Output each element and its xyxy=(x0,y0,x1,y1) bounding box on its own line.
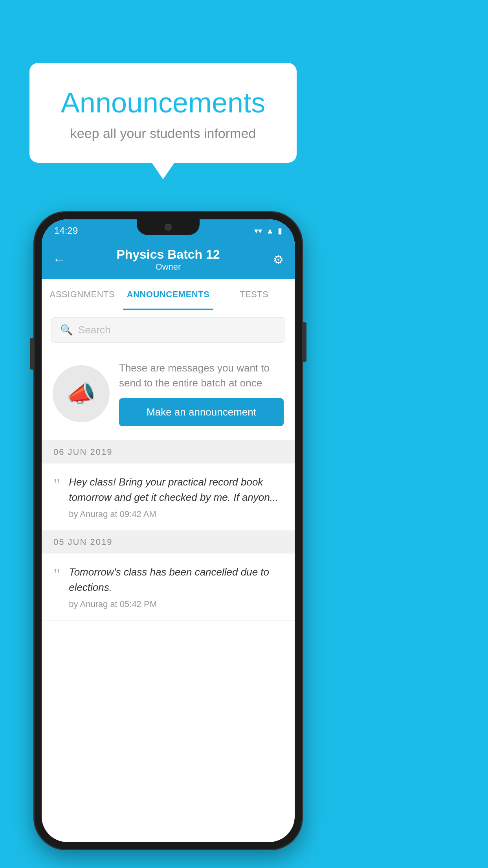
search-container: 🔍 Search xyxy=(42,310,295,350)
date-separator-2: 05 JUN 2019 xyxy=(42,531,295,554)
announcement-description: These are messages you want to send to t… xyxy=(119,361,284,390)
speech-bubble-container: Announcements keep all your students inf… xyxy=(29,63,297,163)
announcement-content-2: Tomorrow's class has been cancelled due … xyxy=(69,565,283,609)
search-icon: 🔍 xyxy=(60,324,73,336)
phone-screen: 14:29 ▾▾ ▲ ▮ ← Physics Batch 12 Owner ⚙ xyxy=(42,219,295,842)
back-button[interactable]: ← xyxy=(53,252,72,267)
settings-button[interactable]: ⚙ xyxy=(264,253,284,267)
announcement-content-1: Hey class! Bring your practical record b… xyxy=(69,474,283,519)
phone-outer: 14:29 ▾▾ ▲ ▮ ← Physics Batch 12 Owner ⚙ xyxy=(35,212,302,849)
speech-bubble: Announcements keep all your students inf… xyxy=(29,63,297,163)
tab-tests[interactable]: TESTS xyxy=(213,279,295,310)
announcement-author-1: by Anurag at 09:42 AM xyxy=(69,509,283,519)
search-placeholder: Search xyxy=(78,324,110,336)
tab-announcements[interactable]: ANNOUNCEMENTS xyxy=(123,279,214,310)
phone-notch xyxy=(137,219,200,235)
search-bar[interactable]: 🔍 Search xyxy=(51,317,285,343)
signal-icon: ▲ xyxy=(266,226,274,235)
make-announcement-button[interactable]: Make an announcement xyxy=(119,398,284,426)
megaphone-icon: 📣 xyxy=(66,380,96,408)
app-bar: ← Physics Batch 12 Owner ⚙ xyxy=(42,240,295,279)
announcement-text-1: Hey class! Bring your practical record b… xyxy=(69,474,283,505)
tab-assignments[interactable]: ASSIGNMENTS xyxy=(42,279,123,310)
announcement-author-2: by Anurag at 05:42 PM xyxy=(69,599,283,609)
tab-bar: ASSIGNMENTS ANNOUNCEMENTS TESTS xyxy=(42,279,295,310)
app-bar-title: Physics Batch 12 xyxy=(72,247,264,262)
announcement-right: These are messages you want to send to t… xyxy=(119,361,284,426)
date-separator-1: 06 JUN 2019 xyxy=(42,441,295,463)
status-icons: ▾▾ ▲ ▮ xyxy=(254,226,282,235)
front-camera xyxy=(165,224,172,231)
wifi-icon: ▾▾ xyxy=(254,226,262,235)
quote-icon-1: " xyxy=(53,476,60,493)
announcement-item-2[interactable]: " Tomorrow's class has been cancelled du… xyxy=(42,554,295,621)
app-bar-subtitle: Owner xyxy=(72,262,264,272)
quote-icon-2: " xyxy=(53,566,60,583)
battery-icon: ▮ xyxy=(278,226,282,235)
bubble-subtitle: keep all your students informed xyxy=(49,126,277,141)
app-bar-title-area: Physics Batch 12 Owner xyxy=(72,247,264,272)
announcement-prompt: 📣 These are messages you want to send to… xyxy=(42,350,295,441)
megaphone-circle: 📣 xyxy=(53,365,110,422)
status-time: 14:29 xyxy=(54,225,78,236)
phone-wrapper: 14:29 ▾▾ ▲ ▮ ← Physics Batch 12 Owner ⚙ xyxy=(35,212,302,849)
announcement-item-1[interactable]: " Hey class! Bring your practical record… xyxy=(42,463,295,531)
announcement-text-2: Tomorrow's class has been cancelled due … xyxy=(69,565,283,595)
bubble-title: Announcements xyxy=(49,86,277,119)
